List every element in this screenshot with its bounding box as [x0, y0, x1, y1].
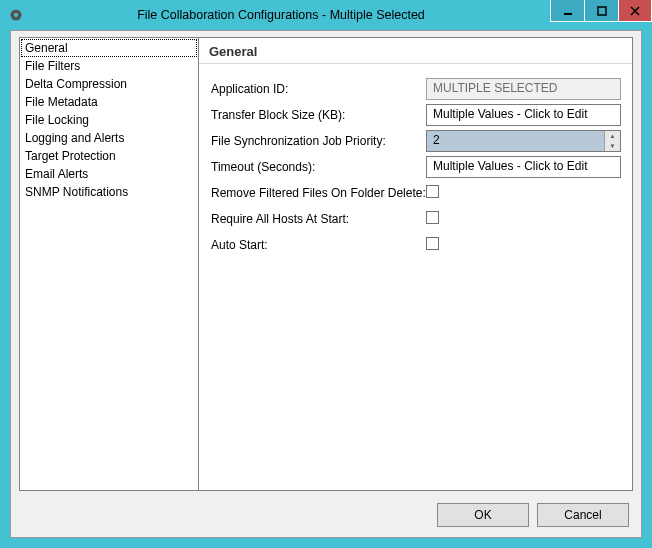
spinner-up-icon[interactable]: ▲ [605, 131, 620, 141]
checkbox-require-all-hosts[interactable] [426, 211, 439, 224]
row-timeout: Timeout (Seconds): Multiple Values - Cli… [211, 154, 622, 180]
spinner-sync-priority[interactable]: 2 ▲ ▼ [426, 130, 621, 152]
sidebar-item-label: File Locking [25, 113, 89, 127]
panel-heading: General [199, 38, 632, 64]
checkbox-remove-filtered[interactable] [426, 185, 439, 198]
sidebar-item-label: File Filters [25, 59, 80, 73]
cancel-button[interactable]: Cancel [537, 503, 629, 527]
svg-rect-3 [598, 7, 606, 15]
svg-point-1 [14, 13, 18, 17]
sidebar-item-label: Logging and Alerts [25, 131, 124, 145]
row-transfer-block-size: Transfer Block Size (KB): Multiple Value… [211, 102, 622, 128]
sidebar-item-label: Target Protection [25, 149, 116, 163]
label-remove-filtered: Remove Filtered Files On Folder Delete: [211, 186, 426, 200]
input-timeout[interactable]: Multiple Values - Click to Edit [426, 156, 621, 178]
value-application-id: MULTIPLE SELECTED [426, 78, 621, 100]
row-remove-filtered: Remove Filtered Files On Folder Delete: [211, 180, 622, 206]
spinner-buttons: ▲ ▼ [604, 131, 620, 151]
sidebar-item-label: General [25, 41, 68, 55]
sidebar-item-snmp-notifications[interactable]: SNMP Notifications [21, 183, 197, 201]
sidebar-item-label: Email Alerts [25, 167, 88, 181]
row-application-id: Application ID: MULTIPLE SELECTED [211, 76, 622, 102]
sidebar-item-file-metadata[interactable]: File Metadata [21, 93, 197, 111]
sidebar-item-logging-alerts[interactable]: Logging and Alerts [21, 129, 197, 147]
spinner-down-icon[interactable]: ▼ [605, 141, 620, 151]
maximize-button[interactable] [584, 0, 618, 22]
sidebar-item-label: File Metadata [25, 95, 98, 109]
app-icon [8, 7, 24, 23]
sidebar-item-general[interactable]: General [21, 39, 197, 57]
sidebar-item-target-protection[interactable]: Target Protection [21, 147, 197, 165]
row-auto-start: Auto Start: [211, 232, 622, 258]
dialog-window: File Collaboration Configurations - Mult… [0, 0, 652, 548]
label-transfer-block-size: Transfer Block Size (KB): [211, 108, 426, 122]
row-require-all-hosts: Require All Hosts At Start: [211, 206, 622, 232]
label-auto-start: Auto Start: [211, 238, 426, 252]
svg-rect-2 [564, 13, 572, 15]
sidebar-item-label: Delta Compression [25, 77, 127, 91]
label-require-all-hosts: Require All Hosts At Start: [211, 212, 426, 226]
sidebar-item-label: SNMP Notifications [25, 185, 128, 199]
spinner-value[interactable]: 2 [427, 131, 604, 151]
window-controls [550, 0, 652, 22]
form-body: Application ID: MULTIPLE SELECTED Transf… [199, 64, 632, 268]
label-sync-priority: File Synchronization Job Priority: [211, 134, 426, 148]
dialog-buttons: OK Cancel [437, 503, 629, 527]
ok-button[interactable]: OK [437, 503, 529, 527]
minimize-button[interactable] [550, 0, 584, 22]
label-application-id: Application ID: [211, 82, 426, 96]
sidebar-item-file-filters[interactable]: File Filters [21, 57, 197, 75]
content-area: General File Filters Delta Compression F… [19, 37, 633, 491]
sidebar-item-email-alerts[interactable]: Email Alerts [21, 165, 197, 183]
sidebar-item-file-locking[interactable]: File Locking [21, 111, 197, 129]
close-button[interactable] [618, 0, 652, 22]
nav-sidebar[interactable]: General File Filters Delta Compression F… [19, 37, 199, 491]
main-panel: General Application ID: MULTIPLE SELECTE… [199, 37, 633, 491]
input-transfer-block-size[interactable]: Multiple Values - Click to Edit [426, 104, 621, 126]
sidebar-item-delta-compression[interactable]: Delta Compression [21, 75, 197, 93]
checkbox-auto-start[interactable] [426, 237, 439, 250]
label-timeout: Timeout (Seconds): [211, 160, 426, 174]
client-area: General File Filters Delta Compression F… [10, 30, 642, 538]
row-sync-priority: File Synchronization Job Priority: 2 ▲ ▼ [211, 128, 622, 154]
